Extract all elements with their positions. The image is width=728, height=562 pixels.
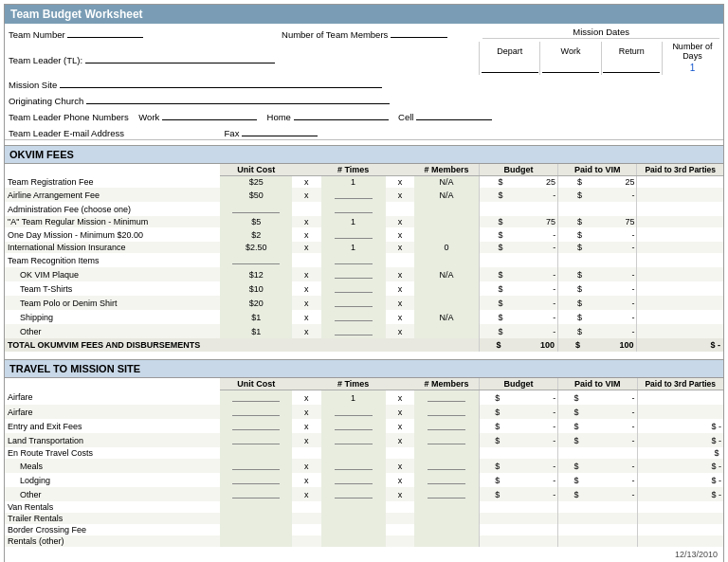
fee-times	[321, 202, 386, 216]
return-field[interactable]	[603, 61, 660, 73]
fee-budget-dollar: $	[479, 227, 503, 242]
fee-x2	[386, 202, 414, 216]
mission-dates-label: Mission Dates	[482, 27, 719, 39]
team-leader-field[interactable]	[85, 51, 275, 63]
fee-paid3rd	[637, 216, 723, 227]
travel-x1: x	[292, 405, 320, 419]
travel-paid3rd	[637, 524, 723, 535]
fee-paid-dollar: $	[558, 242, 583, 253]
team-number-field[interactable]	[67, 26, 143, 38]
travel-x2: x	[386, 459, 414, 473]
travel-budget-dollar	[479, 501, 500, 513]
worksheet-title: Team Budget Worksheet	[5, 5, 723, 24]
fee-members: N/A	[414, 176, 479, 189]
travel-budget-val: -	[500, 487, 557, 501]
fee-paid-val	[583, 202, 637, 216]
travel-x1: x	[292, 419, 320, 433]
travel-times	[321, 501, 386, 513]
home-phone-field[interactable]	[294, 108, 389, 120]
fee-times	[321, 253, 386, 267]
work-value[interactable]	[540, 61, 601, 75]
work-field[interactable]	[542, 61, 599, 73]
email-label: Team Leader E-mail Address	[9, 128, 124, 138]
fees-row: Administration Fee (choose one)	[5, 202, 723, 216]
travel-budget-dollar	[479, 524, 500, 535]
travel-paid-val: -	[580, 459, 637, 473]
work-phone-field[interactable]	[162, 108, 257, 120]
fees-table: Unit Cost # Times # Members Budget Paid …	[5, 164, 723, 352]
fees-col-x1	[292, 164, 320, 176]
num-members-cell: Number of Team Members	[278, 24, 479, 42]
travel-row: Van Rentals	[5, 501, 723, 513]
fee-paid3rd	[637, 324, 723, 338]
fee-row-label: Team Polo or Denim Shirt	[5, 296, 220, 310]
fees-col-paid-vim: Paid to VIM	[558, 164, 637, 176]
travel-table: Unit Cost # Times # Members Budget Paid …	[5, 378, 723, 547]
fee-budget-dollar: $	[479, 188, 503, 202]
fees-total-paid3rd: $ -	[637, 338, 723, 352]
fee-x1: x	[292, 216, 320, 227]
fee-members: N/A	[414, 188, 479, 202]
travel-paid-val	[580, 501, 637, 513]
travel-col-label	[5, 378, 220, 390]
fee-x2: x	[386, 216, 414, 227]
fee-paid-dollar: $	[558, 188, 583, 202]
fee-x1: x	[292, 296, 320, 310]
return-value[interactable]	[601, 61, 662, 75]
travel-times	[321, 405, 386, 419]
fee-paid3rd	[637, 242, 723, 253]
orig-church-row: Originating Church	[5, 91, 723, 107]
fee-paid-val: -	[583, 267, 637, 281]
num-days-number: 1	[690, 63, 696, 73]
travel-members	[414, 459, 479, 473]
travel-paid-dollar: $	[558, 419, 580, 433]
fee-paid-dollar: $	[558, 281, 583, 296]
phone-row: Team Leader Phone Numbers Work Home Cell	[5, 107, 723, 123]
orig-church-field[interactable]	[86, 92, 390, 104]
depart-field[interactable]	[482, 61, 538, 73]
travel-row-label: Land Transportation	[5, 433, 220, 447]
travel-paid-dollar	[558, 524, 580, 535]
travel-times	[321, 535, 386, 547]
mission-site-field[interactable]	[60, 76, 382, 88]
cell-field[interactable]	[416, 108, 492, 120]
travel-budget-dollar: $	[479, 405, 500, 419]
orig-church-label: Originating Church	[9, 96, 83, 106]
travel-x1	[292, 447, 320, 459]
travel-row-label: En Route Travel Costs	[5, 447, 220, 459]
fee-budget-val: -	[504, 281, 558, 296]
travel-paid-dollar: $	[558, 390, 580, 406]
travel-col-paid3rd: Paid to 3rd Parties	[637, 378, 723, 390]
work-phone-label: Work	[138, 112, 159, 122]
travel-unit-cost	[220, 524, 292, 535]
num-members-field[interactable]	[391, 26, 447, 38]
dates-sub-table: Depart Work Return Number of Days	[479, 42, 723, 75]
travel-budget-dollar: $	[479, 433, 500, 447]
fees-total-paid-val: 100	[583, 338, 637, 352]
fee-times	[321, 281, 386, 296]
depart-value[interactable]	[480, 61, 540, 75]
travel-budget-val	[500, 447, 557, 459]
travel-row: Entry and Exit Fees x x $ - $ - $ -	[5, 419, 723, 433]
fee-row-label: Airline Arrangement Fee	[5, 188, 220, 202]
travel-x1: x	[292, 487, 320, 501]
travel-x1: x	[292, 459, 320, 473]
travel-paid3rd: $ -	[637, 473, 723, 487]
fee-budget-val: 25	[504, 176, 558, 189]
fee-times	[321, 227, 386, 242]
travel-unit-cost	[220, 390, 292, 406]
travel-paid-dollar: $	[558, 487, 580, 501]
travel-times	[321, 473, 386, 487]
fees-col-unit-cost: Unit Cost	[220, 164, 292, 176]
travel-x2: x	[386, 419, 414, 433]
fee-paid3rd	[637, 310, 723, 324]
fax-field[interactable]	[242, 124, 318, 136]
fee-budget-dollar	[479, 202, 503, 216]
travel-paid3rd	[637, 535, 723, 547]
travel-members	[414, 535, 479, 547]
travel-x2	[386, 447, 414, 459]
fee-paid-val: -	[583, 188, 637, 202]
travel-times: 1	[321, 390, 386, 406]
fee-members	[414, 227, 479, 242]
travel-paid-dollar	[558, 513, 580, 524]
